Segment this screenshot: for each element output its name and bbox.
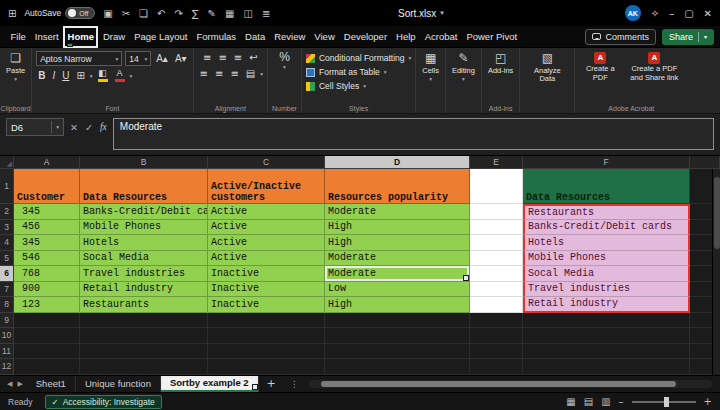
cell-empty[interactable]	[14, 313, 80, 329]
vertical-scrollbar[interactable]	[712, 169, 720, 375]
table-icon[interactable]: ▦	[225, 8, 234, 19]
columns-icon[interactable]: ◫	[243, 8, 252, 19]
cell-empty[interactable]	[325, 344, 470, 360]
page-break-view-icon[interactable]: ▥	[601, 396, 610, 407]
cell-d7[interactable]: Low	[325, 282, 470, 298]
cell-empty[interactable]	[208, 313, 325, 329]
share-button[interactable]: Share ▾	[662, 29, 714, 45]
row-header-11[interactable]: 11	[0, 344, 14, 360]
active-cell-d6[interactable]: Moderate	[325, 266, 470, 282]
tab-developer[interactable]: Developer	[339, 26, 391, 48]
cell-c1[interactable]: Active/Inactive customers	[208, 169, 325, 204]
cell-f3[interactable]: Banks-Credit/Debit cards	[523, 220, 690, 236]
tab-acrobat[interactable]: Acrobat	[420, 26, 462, 48]
borders-button[interactable]: ⊞	[74, 69, 86, 82]
tab-home[interactable]: Home	[63, 26, 98, 48]
tab-power-pivot[interactable]: Power Pivot	[462, 26, 522, 48]
undo-icon[interactable]: ↶	[157, 8, 165, 19]
cell-empty[interactable]	[523, 359, 690, 375]
tab-formulas[interactable]: Formulas	[192, 26, 241, 48]
normal-view-icon[interactable]: ▦	[566, 396, 575, 407]
comments-button[interactable]: Comments	[585, 29, 656, 45]
cell-b2[interactable]: Banks-Credit/Debit cards	[80, 204, 208, 220]
format-as-table-button[interactable]: Format as Table ▾	[306, 65, 387, 79]
merge-center-icon[interactable]: ▤	[244, 67, 257, 80]
tab-page-layout[interactable]: Page Layout	[130, 26, 192, 48]
row-header-12[interactable]: 12	[0, 359, 14, 375]
cell-d1[interactable]: Resources popularity	[325, 169, 470, 204]
cell-d2[interactable]: Moderate	[325, 204, 470, 220]
create-pdf-button[interactable]: A Create a PDF	[579, 51, 621, 83]
autosave-toggle[interactable]: AutoSave Off	[24, 7, 95, 19]
shrink-font-button[interactable]: A▾	[173, 52, 189, 65]
cell-empty[interactable]	[523, 328, 690, 344]
underline-button[interactable]: U	[60, 69, 71, 82]
conditional-formatting-button[interactable]: Conditional Formatting ▾	[306, 51, 411, 65]
cell-a5[interactable]: 546	[14, 251, 80, 267]
sheet-tab-sheet1[interactable]: Sheet1	[27, 376, 76, 393]
next-sheet-icon[interactable]: ▶	[17, 380, 22, 388]
cell-b7[interactable]: Retail industry	[80, 282, 208, 298]
cell-b1[interactable]: Data Resources	[80, 169, 208, 204]
cell-c5[interactable]: Active	[208, 251, 325, 267]
minimize-button[interactable]: –	[669, 8, 674, 19]
cell-a2[interactable]: 345	[14, 204, 80, 220]
add-sheet-button[interactable]: +	[259, 376, 284, 393]
cell-a6[interactable]: 768	[14, 266, 80, 282]
column-header-b[interactable]: B	[80, 156, 208, 169]
prev-sheet-icon[interactable]: ◀	[7, 380, 12, 388]
more-sheets-icon[interactable]: ⋮	[284, 376, 305, 393]
font-name-select[interactable]: Aptos Narrow ▾	[36, 51, 122, 66]
row-header-2[interactable]: 2	[0, 204, 14, 220]
italic-button[interactable]: I	[50, 69, 57, 82]
cut-icon[interactable]: ✂	[122, 8, 130, 19]
tab-file[interactable]: File	[6, 26, 30, 48]
editing-button[interactable]: ✎ Editing ▾	[450, 51, 477, 84]
cell-empty[interactable]	[80, 328, 208, 344]
analyze-data-button[interactable]: ▧ Analyze Data	[524, 51, 570, 85]
row-header-6-selected[interactable]: 6	[0, 266, 14, 282]
column-header-f[interactable]: F	[523, 156, 690, 169]
percent-style-button[interactable]: %	[277, 51, 292, 64]
cell-f6[interactable]: Socal Media	[523, 266, 690, 282]
column-header-d-selected[interactable]: D	[325, 156, 470, 169]
copy-icon[interactable]: ❏	[139, 8, 148, 19]
horizontal-scrollbar-track[interactable]	[309, 380, 712, 388]
sheet-tab-sortby-example-2[interactable]: Sortby example 2	[161, 376, 259, 393]
cell-empty[interactable]	[523, 344, 690, 360]
cell-f2[interactable]: Restaurants	[523, 204, 690, 220]
insert-function-icon[interactable]: fx	[100, 122, 107, 132]
cell-a8[interactable]: 123	[14, 297, 80, 313]
zoom-slider-thumb[interactable]	[664, 397, 669, 407]
cell-empty[interactable]	[14, 328, 80, 344]
row-header-3[interactable]: 3	[0, 220, 14, 236]
horizontal-scrollbar[interactable]	[309, 376, 712, 393]
cell-empty[interactable]	[470, 313, 523, 329]
cell-e6[interactable]	[470, 266, 523, 282]
row-header-5[interactable]: 5	[0, 251, 14, 267]
cell-a7[interactable]: 900	[14, 282, 80, 298]
cell-f1[interactable]: Data Resources	[523, 169, 690, 204]
cell-empty[interactable]	[470, 328, 523, 344]
cell-d3[interactable]: High	[325, 220, 470, 236]
row-header-8[interactable]: 8	[0, 297, 14, 313]
cancel-icon[interactable]: ✕	[70, 122, 78, 133]
cell-e4[interactable]	[470, 235, 523, 251]
cell-b6[interactable]: Travel industries	[80, 266, 208, 282]
cell-e5[interactable]	[470, 251, 523, 267]
row-header-9[interactable]: 9	[0, 313, 14, 329]
cell-e8[interactable]	[470, 297, 523, 313]
cells-button[interactable]: ▦ Cells ▾	[420, 51, 441, 84]
vertical-scrollbar-thumb[interactable]	[714, 177, 720, 249]
tab-insert[interactable]: Insert	[30, 26, 63, 48]
sheet-tab-unique-function[interactable]: Unique function	[76, 376, 161, 393]
cell-empty[interactable]	[208, 328, 325, 344]
draw-icon[interactable]: ✎	[208, 8, 216, 19]
zoom-slider[interactable]	[632, 401, 696, 403]
cell-empty[interactable]	[325, 313, 470, 329]
redo-icon[interactable]: ↷	[174, 8, 182, 19]
cell-a4[interactable]: 345	[14, 235, 80, 251]
tab-review[interactable]: Review	[270, 26, 310, 48]
cell-empty[interactable]	[80, 344, 208, 360]
restore-button[interactable]: ▢	[684, 8, 693, 19]
